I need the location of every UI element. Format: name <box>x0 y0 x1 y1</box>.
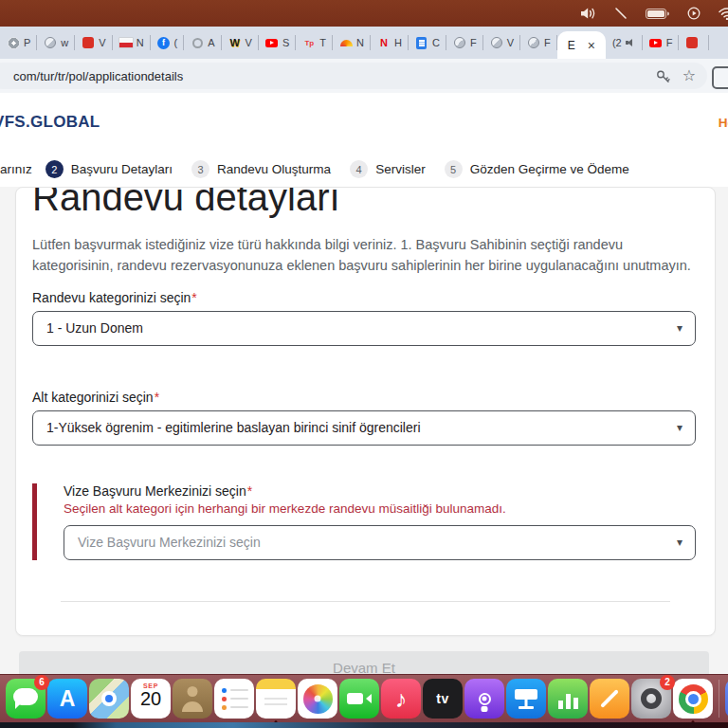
tab-favicon <box>527 36 540 49</box>
tab-title: S <box>282 37 289 48</box>
dropdown-value: 1-Yüksek ögrenim - egitimlerine baslayan… <box>46 420 421 435</box>
visa-centre-field: Vize Başvuru Merkezinizi seçin* Seçilen … <box>32 483 699 560</box>
menubar-status-icons <box>581 7 728 20</box>
tab-close-icon[interactable]: × <box>588 39 595 52</box>
volume-icon[interactable] <box>581 8 596 20</box>
tab-favicon <box>191 36 204 49</box>
tab-favicon <box>157 36 171 49</box>
visa-centre-dropdown[interactable]: Vize Başvuru Merkezinizi seçin ▾ <box>64 525 696 560</box>
step-navigation: arınız 2 Başvuru Detayları 3 Randevu Olu… <box>0 152 728 187</box>
dropdown-value: 1 - Uzun Donem <box>46 320 143 336</box>
tab-title: V <box>99 37 105 48</box>
tab-title: (2 <box>612 37 622 48</box>
dock-icon-maps[interactable] <box>89 679 129 719</box>
dock-icon-messages[interactable]: 6 <box>6 679 46 719</box>
tab-title: F <box>544 37 551 48</box>
field-label: Randevu kategorinizi seçin* <box>32 290 699 305</box>
url-bar[interactable]: com/tur/tr/pol/applicationdetails ☆ <box>0 63 707 89</box>
browser-tab-youtube[interactable]: F <box>643 27 680 59</box>
dock-icon-podcasts[interactable] <box>464 679 504 719</box>
step-number: 2 <box>46 160 64 178</box>
browser-tab-tp[interactable]: T <box>296 27 333 59</box>
field-label: Vize Başvuru Merkezinizi seçin* <box>64 483 699 499</box>
dropdown-placeholder: Vize Başvuru Merkezinizi seçin <box>78 535 261 550</box>
screen: P w V N ( <box>0 0 728 728</box>
dock-icon-facetime[interactable] <box>339 679 379 719</box>
appointment-category-dropdown[interactable]: 1 - Uzun Donem ▾ <box>32 311 696 346</box>
step-label: Başvuru Detayları <box>71 162 173 176</box>
browser-tab-gear[interactable]: P <box>0 27 37 59</box>
error-message: Seçilen alt kategori için herhangi bir m… <box>64 501 699 516</box>
tab-favicon <box>228 36 242 49</box>
account-link[interactable]: He <box>719 116 728 130</box>
step[interactable]: 4 Servisler <box>350 160 426 178</box>
dock-icon-reminders[interactable] <box>214 679 254 719</box>
page-title: Randevu detayları <box>32 187 699 219</box>
dock-icon-chrome[interactable] <box>673 679 713 719</box>
browser-tab-youtube[interactable]: S <box>259 27 296 59</box>
slash-icon[interactable] <box>614 7 628 20</box>
tab-title: V <box>507 37 514 48</box>
browser-tab-facebook[interactable]: ( <box>151 27 185 59</box>
url-text[interactable]: com/tur/tr/pol/applicationdetails <box>0 69 655 83</box>
dock-icon-settings[interactable]: 2 <box>631 679 671 719</box>
browser-tab-rainbow[interactable]: N <box>333 27 371 59</box>
browser-tab-redv[interactable] <box>679 27 709 59</box>
page-body: Randevu detayları Lütfen başvurmak isted… <box>0 187 728 728</box>
tab-favicon <box>649 36 663 49</box>
browser-tab-netflix[interactable]: H <box>371 27 409 59</box>
dock-icon-calendar[interactable]: SEP 20 <box>131 679 171 719</box>
browser-tab-vfs[interactable]: F <box>520 27 557 59</box>
tab-title: A <box>208 37 214 48</box>
chevron-down-icon: ▾ <box>677 421 682 434</box>
dock-icon-contacts[interactable] <box>173 679 212 719</box>
required-asterisk: * <box>155 390 159 405</box>
dock-icon-tv[interactable] <box>423 679 463 719</box>
dock-icon-keynote[interactable] <box>506 679 546 719</box>
browser-tab-none[interactable]: (2 <box>606 27 643 59</box>
browser-tab-ring[interactable]: A <box>184 27 221 59</box>
step[interactable]: 2 Başvuru Detayları <box>46 160 173 178</box>
tab-favicon <box>82 36 95 49</box>
required-asterisk: * <box>191 290 196 305</box>
tab-favicon <box>415 36 428 49</box>
step-number: 4 <box>350 160 368 178</box>
dock-icon-appstore[interactable] <box>47 679 87 719</box>
dock-icon-notes[interactable] <box>256 679 296 719</box>
tab-title: ( <box>174 37 178 48</box>
tab-title: F <box>470 37 477 48</box>
toolbar-extra-icon[interactable] <box>712 66 728 89</box>
tab-title: H <box>394 37 402 48</box>
browser-tab-vfs[interactable]: V <box>483 27 520 59</box>
wifi-icon[interactable] <box>719 8 728 20</box>
browser-tab-wlogo[interactable]: V <box>222 27 259 59</box>
step[interactable]: 5 Gözden Geçirme ve Ödeme <box>445 160 629 178</box>
intro-text: Lütfen başvurmak istediğiniz vize türü h… <box>32 235 699 277</box>
browser-tab-redv[interactable]: V <box>75 27 112 59</box>
tab-favicon <box>302 36 316 49</box>
tab-title: F <box>666 37 673 48</box>
chevron-down-icon: ▾ <box>677 536 682 549</box>
key-icon[interactable] <box>655 68 671 84</box>
dock-icon-numbers[interactable] <box>548 679 588 719</box>
sub-category-dropdown[interactable]: 1-Yüksek ögrenim - egitimlerine baslayan… <box>32 410 696 446</box>
browser-tab-vfs[interactable]: w <box>37 27 75 59</box>
dock-icon-music[interactable] <box>381 679 421 719</box>
step[interactable]: 3 Randevu Oluşturma <box>191 160 331 178</box>
tab-title: w <box>61 37 68 48</box>
browser-tab-poland[interactable]: N <box>113 27 151 59</box>
browser-tab-gdocs[interactable]: C <box>409 27 446 59</box>
macos-dock: 6 SEP 20 <box>0 674 728 722</box>
step-partial-label[interactable]: arınız <box>0 162 32 176</box>
browser-toolbar: com/tur/tr/pol/applicationdetails ☆ <box>0 59 728 93</box>
dock-icon-pages[interactable] <box>590 679 629 719</box>
browser-tab-vfs[interactable]: F <box>446 27 483 59</box>
vfs-global-logo: VFS.GLOBAL <box>0 113 100 132</box>
bookmark-star-icon[interactable]: ☆ <box>682 68 696 83</box>
browser-tab[interactable]: E × <box>557 31 606 59</box>
battery-icon[interactable] <box>646 9 669 19</box>
dock-icon-photos[interactable] <box>298 679 337 719</box>
macos-menubar <box>0 0 728 27</box>
tab-favicon <box>377 36 391 49</box>
record-icon[interactable] <box>687 7 701 20</box>
